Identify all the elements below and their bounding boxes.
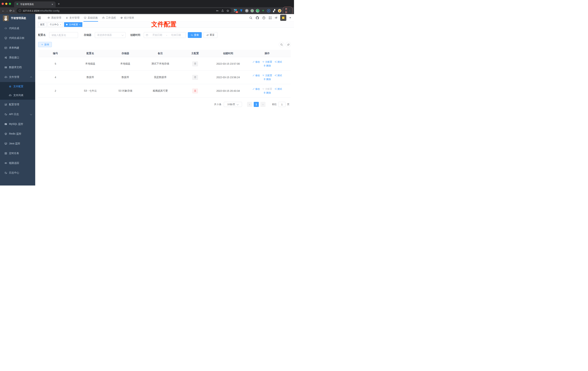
share-nodes-icon	[274, 61, 277, 63]
sidebar-item-tracing[interactable]: 链路追踪	[0, 158, 35, 168]
sidebar-item-label: 系统接口	[9, 56, 19, 59]
table-refresh-button[interactable]	[286, 42, 291, 47]
nav-workflow[interactable]: 工作流程	[100, 14, 118, 22]
sidebar-item-redis-monitor[interactable]: Redis 监控	[0, 129, 35, 139]
browser-tab[interactable]: 芋道管理系统 ×	[14, 1, 56, 7]
edit-link[interactable]: 修改	[252, 87, 260, 91]
sidebar-item-label: 日志中心	[9, 171, 19, 174]
table-search-button[interactable]	[279, 42, 284, 47]
extension-gem-icon[interactable]	[240, 9, 243, 12]
cell-id: 4	[38, 76, 73, 79]
goto-page-input[interactable]	[278, 102, 285, 107]
close-window-button[interactable]	[2, 3, 4, 5]
prev-page-button[interactable]: ‹	[247, 102, 252, 107]
route-tab-home[interactable]: 首页	[38, 22, 47, 27]
extension-target-icon[interactable]	[267, 9, 270, 12]
sidebar-item-code-example[interactable]: 代码生成示例	[0, 33, 35, 43]
bookmark-star-icon[interactable]	[226, 9, 229, 12]
sidebar-item-config-management[interactable]: 配置管理	[0, 100, 35, 109]
route-tab-profile[interactable]: 个人中心×	[48, 22, 63, 27]
sidebar-item-system-api[interactable]: 系统接口	[0, 53, 35, 63]
password-key-icon[interactable]	[216, 9, 219, 12]
maximize-window-button[interactable]	[9, 3, 11, 5]
sidebar-item-log-center[interactable]: 日志中心	[0, 168, 35, 178]
sidebar-item-mysql-monitor[interactable]: MySQL 监控	[0, 119, 35, 129]
user-avatar[interactable]	[280, 15, 286, 21]
sidebar-item-file-config[interactable]: 文件配置	[0, 82, 35, 91]
chrome-update-button[interactable]: 更新 ⋮	[283, 7, 293, 15]
filter-form: 配置名 存储器 请选择存储器 创建时间 开始日期 - 结束日期	[38, 32, 292, 38]
sidebar-collapse-icon[interactable]	[38, 16, 41, 20]
master-config-link[interactable]: 主配置	[262, 60, 272, 64]
extension-grey-green-icon[interactable]	[251, 9, 254, 12]
github-icon[interactable]	[255, 16, 259, 20]
help-icon[interactable]	[262, 16, 265, 20]
page-size-select[interactable]: 10条/页	[224, 102, 242, 107]
tab-close-icon[interactable]: ×	[79, 23, 80, 26]
sidebar-item-api-log[interactable]: API 日志	[0, 109, 35, 119]
sidebar-item-file-list[interactable]: 文件列表	[0, 91, 35, 100]
nav-payment-management[interactable]: ¥支付管理	[63, 14, 82, 22]
share-page-icon[interactable]	[221, 9, 224, 12]
master-tag: 是	[192, 88, 198, 93]
route-tab-file-config[interactable]: 文件配置×	[64, 22, 82, 27]
nav-reports[interactable]: 统计报表	[118, 14, 136, 22]
sidebar-item-code-generation[interactable]: 代码生成	[0, 23, 35, 33]
font-size-icon[interactable]: TT	[275, 16, 277, 19]
add-button[interactable]: 新增	[38, 42, 52, 47]
delete-link[interactable]: 删除	[263, 64, 271, 67]
test-link[interactable]: 测试	[274, 74, 282, 77]
logo-row[interactable]: 芋道管理系统	[0, 14, 35, 22]
extensions-puzzle-icon[interactable]: ▞	[272, 9, 276, 12]
user-menu-caret-icon[interactable]	[289, 17, 291, 18]
edit-link[interactable]: 修改	[252, 74, 260, 77]
sidebar-item-db-doc[interactable]: 数据库文档	[0, 63, 35, 72]
eye-icon	[4, 162, 7, 165]
storage-filter-select[interactable]: 请选择存储器	[95, 32, 126, 38]
sidebar-item-java-monitor[interactable]: Java 监控	[0, 139, 35, 148]
master-config-link[interactable]: 主配置	[262, 87, 272, 91]
master-config-link[interactable]: 主配置	[262, 74, 272, 77]
nav-infrastructure[interactable]: 基础设施	[82, 14, 100, 22]
sidebar-item-file-management[interactable]: 文件管理	[0, 72, 35, 82]
sidebar-item-label: 表单构建	[9, 46, 19, 50]
delete-link[interactable]: 删除	[263, 91, 271, 95]
extension-star-icon[interactable]: ✶	[261, 9, 265, 12]
sidebar-item-form-builder[interactable]: 表单构建	[0, 43, 35, 53]
profile-emoji-icon[interactable]	[278, 9, 281, 12]
page-number-button[interactable]: 1	[254, 102, 259, 107]
delete-link[interactable]: 删除	[263, 78, 271, 81]
search-icon[interactable]	[249, 16, 252, 20]
fullscreen-icon[interactable]	[269, 16, 272, 20]
extension-y-icon[interactable]: y	[256, 9, 259, 12]
address-bar[interactable]: i 127.0.0.1:1024/infra/file/file-config	[16, 8, 231, 13]
edit-link[interactable]: 修改	[252, 60, 260, 64]
column-header: 存储器	[108, 52, 143, 55]
search-button[interactable]: 搜索	[188, 32, 202, 38]
tab-close-icon[interactable]: ×	[51, 3, 54, 6]
next-page-button[interactable]: ›	[260, 102, 265, 107]
start-date-placeholder[interactable]: 开始日期	[150, 33, 165, 37]
extension-diamond-icon[interactable]: 11	[234, 9, 238, 12]
reset-button[interactable]: 重置	[203, 32, 217, 38]
extension-command-icon[interactable]: ⌘	[245, 9, 249, 12]
test-label: 测试	[277, 87, 282, 91]
reload-button[interactable]: ⟳	[9, 8, 12, 13]
test-link[interactable]: 测试	[274, 87, 282, 91]
goto-label: 前往	[272, 103, 277, 106]
new-tab-button[interactable]: +	[58, 2, 60, 6]
nav-system-management[interactable]: 系统管理	[45, 14, 63, 22]
home-button[interactable]: ⌂	[13, 8, 14, 13]
name-filter-input[interactable]	[49, 32, 78, 38]
date-range-picker[interactable]: 开始日期 - 结束日期	[144, 32, 186, 38]
minimize-window-button[interactable]	[5, 3, 7, 5]
test-link[interactable]: 测试	[274, 60, 282, 64]
browser-menu-icon[interactable]: ⋮	[289, 9, 291, 12]
sidebar-item-scheduled-tasks[interactable]: 定时任务	[0, 148, 35, 158]
end-date-placeholder[interactable]: 结束日期	[168, 33, 184, 37]
site-info-icon[interactable]: i	[19, 9, 21, 12]
tab-close-icon[interactable]: ×	[60, 23, 61, 26]
forward-button[interactable]: →	[6, 8, 9, 13]
back-button[interactable]: ←	[2, 8, 5, 13]
toolbar-caret-icon[interactable]: ▼	[294, 12, 294, 14]
